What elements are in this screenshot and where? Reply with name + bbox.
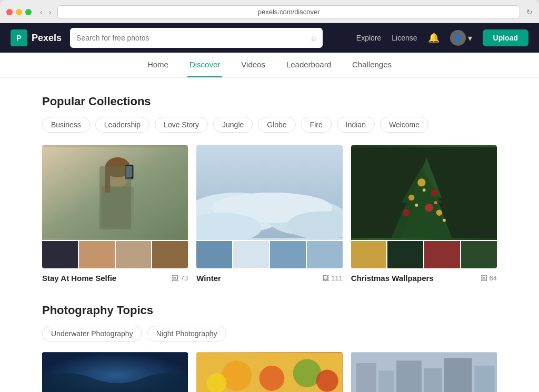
collection-info-selfie: Stay At Home Selfie 🖼 73 (42, 274, 188, 283)
address-text: pexels.com/discover (258, 8, 320, 16)
reload-button[interactable]: ↻ (526, 8, 533, 16)
collection-info-christmas: Christmas Wallpapers 🖼 64 (351, 274, 497, 283)
tag-welcome[interactable]: Welcome (380, 117, 428, 133)
browser-window: ‹ › pexels.com/discover ↻ P Pexels ⌕ Exp… (0, 0, 539, 392)
collection-thumbs-christmas (351, 241, 497, 268)
svg-rect-35 (356, 363, 376, 392)
svg-point-33 (316, 370, 338, 392)
svg-rect-39 (444, 358, 472, 392)
topics-tags: Underwater Photography Night Photography (42, 326, 497, 341)
avatar: 👤 (450, 30, 466, 46)
tag-globe[interactable]: Globe (258, 117, 295, 133)
collection-main-image-christmas (351, 145, 497, 240)
bell-icon-button[interactable]: 🔔 (428, 32, 440, 44)
tab-home[interactable]: Home (145, 53, 171, 77)
svg-point-4 (105, 157, 131, 177)
svg-point-21 (403, 209, 410, 216)
svg-point-19 (425, 204, 433, 212)
collection-thumbs-selfie (42, 241, 188, 268)
svg-point-16 (417, 178, 425, 186)
tab-leaderboard[interactable]: Leaderboard (284, 53, 333, 77)
collection-main-image-winter (196, 145, 342, 240)
bottom-image-city[interactable] (351, 352, 497, 392)
browser-chrome: ‹ › pexels.com/discover ↻ (0, 0, 539, 23)
collection-card-winter[interactable]: Winter 🖼 111 (196, 145, 342, 283)
photos-icon: 🖼 (172, 274, 178, 282)
collection-tags: Business Leadership Love Story Jungle Gl… (42, 117, 497, 133)
search-bar-container: ⌕ (70, 28, 323, 48)
svg-point-30 (259, 366, 285, 391)
tab-challenges[interactable]: Challenges (350, 53, 394, 77)
tab-videos[interactable]: Videos (239, 53, 267, 77)
collections-grid: Stay At Home Selfie 🖼 73 (42, 145, 497, 283)
svg-point-22 (422, 188, 425, 192)
photography-topics-title: Photography Topics (42, 304, 497, 317)
svg-point-18 (408, 195, 414, 200)
chevron-down-icon: ▾ (468, 33, 472, 43)
svg-point-20 (436, 210, 442, 216)
collection-main-image-selfie (42, 145, 188, 240)
collection-name-selfie: Stay At Home Selfie (42, 274, 116, 283)
svg-rect-36 (378, 370, 394, 392)
collection-thumbs-winter (196, 241, 342, 268)
tab-discover[interactable]: Discover (187, 53, 222, 77)
search-icon: ⌕ (311, 33, 316, 43)
bottom-images-grid (42, 352, 497, 392)
maximize-button[interactable] (25, 9, 32, 15)
bottom-image-food[interactable] (196, 352, 342, 392)
svg-rect-7 (126, 166, 132, 177)
collection-name-christmas: Christmas Wallpapers (351, 274, 434, 283)
svg-rect-37 (396, 360, 422, 392)
svg-point-17 (431, 189, 437, 196)
nav-explore[interactable]: Explore (356, 34, 381, 42)
logo-icon: P (11, 29, 27, 46)
tag-leadership[interactable]: Leadership (95, 117, 149, 133)
collection-name-winter: Winter (196, 274, 221, 283)
svg-point-23 (415, 204, 418, 207)
minimize-button[interactable] (16, 9, 22, 15)
avatar-button[interactable]: 👤 ▾ (450, 30, 472, 46)
collection-count-selfie: 🖼 73 (172, 274, 188, 282)
tag-underwater-photography[interactable]: Underwater Photography (42, 326, 142, 341)
traffic-lights (6, 9, 32, 15)
search-input[interactable] (76, 34, 311, 42)
photos-icon-christmas: 🖼 (481, 274, 487, 282)
svg-rect-5 (105, 167, 111, 193)
tag-jungle[interactable]: Jungle (213, 117, 253, 133)
forward-button[interactable]: › (47, 7, 54, 17)
tag-love-story[interactable]: Love Story (155, 117, 208, 133)
tag-night-photography[interactable]: Night Photography (147, 326, 226, 341)
bottom-image-ocean[interactable] (42, 352, 188, 392)
header-nav: Explore License 🔔 👤 ▾ Upload (356, 29, 528, 46)
svg-point-25 (443, 219, 446, 222)
back-button[interactable]: ‹ (38, 7, 45, 17)
collection-info-winter: Winter 🖼 111 (196, 274, 342, 283)
tag-business[interactable]: Business (42, 117, 90, 133)
logo-area[interactable]: P Pexels (11, 29, 62, 46)
upload-button[interactable]: Upload (483, 29, 528, 46)
collection-card-selfie[interactable]: Stay At Home Selfie 🖼 73 (42, 145, 188, 283)
sub-nav: Home Discover Videos Leaderboard Challen… (0, 53, 539, 78)
tag-fire[interactable]: Fire (301, 117, 332, 133)
logo-text: Pexels (32, 33, 62, 44)
collection-count-christmas: 🖼 64 (481, 274, 497, 282)
svg-rect-38 (424, 368, 441, 392)
collection-count-winter: 🖼 111 (322, 274, 343, 282)
svg-point-24 (434, 201, 437, 204)
collection-card-christmas[interactable]: Christmas Wallpapers 🖼 64 (351, 145, 497, 283)
popular-collections-title: Popular Collections (42, 95, 497, 108)
main-content: Popular Collections Business Leadership … (0, 78, 539, 392)
svg-rect-40 (474, 366, 494, 392)
tag-indian[interactable]: Indian (337, 117, 375, 133)
svg-rect-3 (102, 187, 134, 227)
svg-point-2 (106, 162, 128, 188)
address-bar[interactable]: pexels.com/discover (57, 5, 520, 18)
app-header: P Pexels ⌕ Explore License 🔔 👤 ▾ Upload (0, 23, 539, 53)
photos-icon-winter: 🖼 (322, 274, 329, 282)
close-button[interactable] (6, 9, 13, 15)
nav-license[interactable]: License (392, 34, 417, 42)
